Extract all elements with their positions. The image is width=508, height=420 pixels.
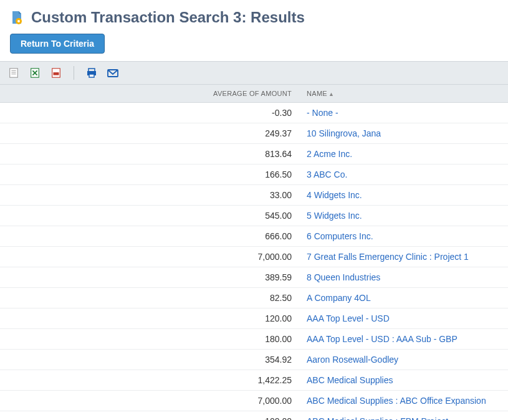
- cell-amount: 666.00: [0, 226, 299, 247]
- table-row: 166.503 ABC Co.: [0, 165, 508, 185]
- table-row: 249.3710 Silingrova, Jana: [0, 123, 508, 144]
- cell-amount: 120.00: [0, 308, 299, 329]
- svg-rect-2: [10, 69, 18, 77]
- cell-amount: 180.00: [0, 329, 299, 350]
- name-link[interactable]: 8 Queen Industries: [307, 272, 380, 282]
- cell-amount: 1,422.25: [0, 370, 299, 391]
- table-row: 1,422.25ABC Medical Supplies: [0, 370, 508, 391]
- cell-name: 4 Widgets Inc.: [299, 185, 508, 206]
- cell-name: 3 ABC Co.: [299, 165, 508, 185]
- column-header-name-label: Name: [307, 90, 327, 97]
- cell-amount: 389.59: [0, 267, 299, 288]
- table-row: 180.00AAA Top Level - USD : AAA Sub - GB…: [0, 329, 508, 350]
- name-link[interactable]: AAA Top Level - USD: [307, 313, 390, 323]
- cell-name: 2 Acme Inc.: [299, 144, 508, 165]
- toolbar-divider: [74, 66, 74, 80]
- cell-name: 8 Queen Industries: [299, 267, 508, 288]
- name-link[interactable]: 2 Acme Inc.: [307, 149, 352, 159]
- svg-point-1: [17, 20, 20, 22]
- email-icon[interactable]: [107, 67, 119, 79]
- table-row: 82.50A Company 4OL: [0, 288, 508, 308]
- name-link[interactable]: ABC Medical Supplies : ABC Office Expans…: [307, 396, 486, 406]
- print-icon[interactable]: [85, 67, 98, 79]
- name-link[interactable]: ABC Medical Supplies: [307, 375, 393, 385]
- name-link[interactable]: AAA Top Level - USD : AAA Sub - GBP: [307, 334, 458, 344]
- cell-name: 5 Widgets Inc.: [299, 206, 508, 226]
- table-row: 100.00ABC Medical Supplies : FBM Project: [0, 411, 508, 421]
- results-table: Average of Amount Name▲ -0.30- None -249…: [0, 85, 508, 420]
- cell-name: 7 Great Falls Emergency Clinic : Project…: [299, 247, 508, 267]
- return-to-criteria-button[interactable]: Return To Criteria: [10, 34, 105, 54]
- cell-amount: 249.37: [0, 123, 299, 144]
- column-header-amount[interactable]: Average of Amount: [0, 85, 299, 103]
- cell-amount: 354.92: [0, 350, 299, 370]
- cell-amount: 166.50: [0, 165, 299, 185]
- name-link[interactable]: 3 ABC Co.: [307, 169, 347, 179]
- name-link[interactable]: 7 Great Falls Emergency Clinic : Project…: [307, 252, 469, 262]
- cell-name: AAA Top Level - USD: [299, 308, 508, 329]
- cell-name: - None -: [299, 103, 508, 123]
- table-row: 389.598 Queen Industries: [0, 267, 508, 288]
- cell-name: ABC Medical Supplies : FBM Project: [299, 411, 508, 421]
- sort-ascending-icon: ▲: [328, 91, 334, 97]
- cell-amount: 813.64: [0, 144, 299, 165]
- action-button-row: Return To Criteria: [0, 31, 508, 61]
- name-link[interactable]: Aaron Rosewall-Godley: [307, 355, 398, 365]
- cell-amount: 7,000.00: [0, 391, 299, 411]
- table-row: 813.642 Acme Inc.: [0, 144, 508, 165]
- cell-amount: -0.30: [0, 103, 299, 123]
- cell-name: 6 Computers Inc.: [299, 226, 508, 247]
- svg-rect-8: [54, 72, 59, 75]
- cell-name: 10 Silingrova, Jana: [299, 123, 508, 144]
- name-link[interactable]: 4 Widgets Inc.: [307, 190, 362, 200]
- name-link[interactable]: ABC Medical Supplies : FBM Project: [307, 416, 448, 420]
- table-row: 33.004 Widgets Inc.: [0, 185, 508, 206]
- table-row: 545.005 Widgets Inc.: [0, 206, 508, 226]
- column-header-amount-label: Average of Amount: [213, 90, 292, 97]
- page-header: Custom Transaction Search 3: Results: [0, 0, 508, 31]
- export-csv-icon[interactable]: [7, 67, 20, 79]
- cell-amount: 82.50: [0, 288, 299, 308]
- name-link[interactable]: A Company 4OL: [307, 293, 371, 303]
- cell-amount: 100.00: [0, 411, 299, 421]
- page-title: Custom Transaction Search 3: Results: [31, 9, 305, 26]
- table-row: 7,000.007 Great Falls Emergency Clinic :…: [0, 247, 508, 267]
- export-toolbar: [0, 61, 508, 85]
- svg-rect-11: [89, 74, 94, 77]
- cell-name: ABC Medical Supplies : ABC Office Expans…: [299, 391, 508, 411]
- cell-name: Aaron Rosewall-Godley: [299, 350, 508, 370]
- cell-amount: 7,000.00: [0, 247, 299, 267]
- cell-amount: 545.00: [0, 206, 299, 226]
- table-row: -0.30- None -: [0, 103, 508, 123]
- name-link[interactable]: - None -: [307, 108, 338, 118]
- search-results-icon: [10, 10, 25, 25]
- column-header-name[interactable]: Name▲: [299, 85, 508, 103]
- export-pdf-icon[interactable]: [50, 67, 62, 79]
- table-row: 354.92Aaron Rosewall-Godley: [0, 350, 508, 370]
- name-link[interactable]: 6 Computers Inc.: [307, 231, 373, 241]
- cell-name: AAA Top Level - USD : AAA Sub - GBP: [299, 329, 508, 350]
- export-excel-icon[interactable]: [29, 67, 41, 79]
- table-row: 120.00AAA Top Level - USD: [0, 308, 508, 329]
- cell-amount: 33.00: [0, 185, 299, 206]
- name-link[interactable]: 10 Silingrova, Jana: [307, 128, 381, 138]
- cell-name: A Company 4OL: [299, 288, 508, 308]
- cell-name: ABC Medical Supplies: [299, 370, 508, 391]
- table-row: 7,000.00ABC Medical Supplies : ABC Offic…: [0, 391, 508, 411]
- name-link[interactable]: 5 Widgets Inc.: [307, 211, 362, 221]
- table-row: 666.006 Computers Inc.: [0, 226, 508, 247]
